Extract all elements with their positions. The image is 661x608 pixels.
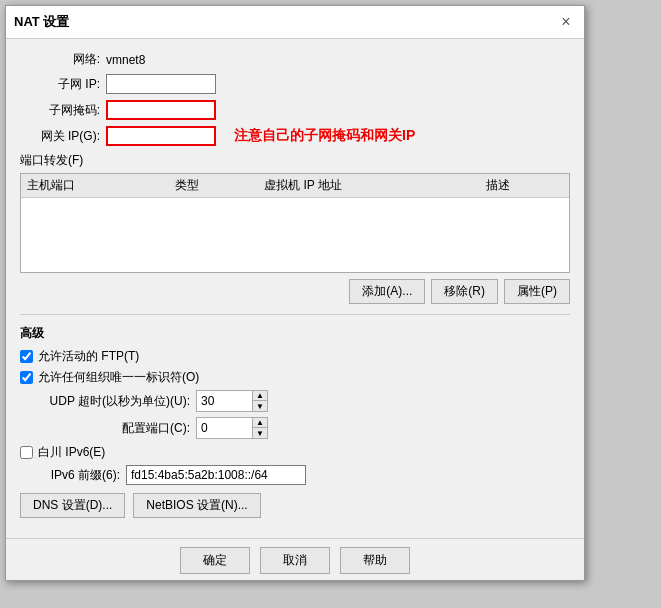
- port-forwarding-label: 端口转发(F): [20, 152, 570, 169]
- bottom-btn-row: DNS 设置(D)... NetBIOS 设置(N)...: [20, 493, 570, 518]
- ftp-label: 允许活动的 FTP(T): [38, 348, 139, 365]
- remove-port-button[interactable]: 移除(R): [431, 279, 498, 304]
- subnet-ip-row: 子网 IP:: [20, 74, 570, 94]
- network-value: vmnet8: [106, 53, 145, 67]
- config-port-spin-down[interactable]: ▼: [253, 428, 267, 438]
- ftp-checkbox[interactable]: [20, 350, 33, 363]
- advanced-label: 高级: [20, 325, 570, 342]
- udp-spinbox: ▲ ▼: [196, 390, 268, 412]
- nat-settings-dialog: NAT 设置 × 网络: vmnet8 子网 IP: 子网掩码: 网关 IP(G…: [5, 5, 585, 581]
- col-desc: 描述: [480, 174, 569, 198]
- table-header-row: 主机端口 类型 虚拟机 IP 地址 描述: [21, 174, 569, 198]
- config-port-spinbox: ▲ ▼: [196, 417, 268, 439]
- col-type: 类型: [169, 174, 258, 198]
- dns-settings-button[interactable]: DNS 设置(D)...: [20, 493, 125, 518]
- help-button[interactable]: 帮助: [340, 547, 410, 574]
- config-port-spin-up[interactable]: ▲: [253, 418, 267, 428]
- udp-spin-down[interactable]: ▼: [253, 401, 267, 411]
- ipv6-prefix-label: IPv6 前缀(6):: [20, 467, 120, 484]
- annotation-text: 注意自己的子网掩码和网关IP: [234, 127, 415, 145]
- gateway-ip-input[interactable]: [106, 126, 216, 146]
- port-table: 主机端口 类型 虚拟机 IP 地址 描述: [21, 174, 569, 198]
- final-btn-row: 确定 取消 帮助: [6, 538, 584, 580]
- ok-button[interactable]: 确定: [180, 547, 250, 574]
- divider: [20, 314, 570, 315]
- udp-row: UDP 超时(以秒为单位)(U): ▲ ▼: [20, 390, 570, 412]
- cancel-button[interactable]: 取消: [260, 547, 330, 574]
- subnet-mask-input[interactable]: [106, 100, 216, 120]
- udp-spin-up[interactable]: ▲: [253, 391, 267, 401]
- ipv6-prefix-input[interactable]: [126, 465, 306, 485]
- dialog-body: 网络: vmnet8 子网 IP: 子网掩码: 网关 IP(G): 注意自己的子…: [6, 39, 584, 538]
- col-vm-ip: 虚拟机 IP 地址: [258, 174, 480, 198]
- ftp-row: 允许活动的 FTP(T): [20, 348, 570, 365]
- gateway-ip-row: 网关 IP(G): 注意自己的子网掩码和网关IP: [20, 126, 570, 146]
- org-label: 允许任何组织唯一一标识符(O): [38, 369, 199, 386]
- network-label: 网络:: [20, 51, 100, 68]
- config-port-row: 配置端口(C): ▲ ▼: [20, 417, 570, 439]
- config-port-input[interactable]: [197, 418, 252, 438]
- org-row: 允许任何组织唯一一标识符(O): [20, 369, 570, 386]
- netbios-settings-button[interactable]: NetBIOS 设置(N)...: [133, 493, 260, 518]
- title-bar: NAT 设置 ×: [6, 6, 584, 39]
- close-button[interactable]: ×: [556, 12, 576, 32]
- config-port-label: 配置端口(C):: [20, 420, 190, 437]
- config-port-spinbox-arrows: ▲ ▼: [252, 418, 267, 438]
- dialog-title: NAT 设置: [14, 13, 69, 31]
- udp-spinbox-arrows: ▲ ▼: [252, 391, 267, 411]
- port-btn-row: 添加(A)... 移除(R) 属性(P): [20, 279, 570, 304]
- subnet-mask-row: 子网掩码:: [20, 100, 570, 120]
- properties-port-button[interactable]: 属性(P): [504, 279, 570, 304]
- udp-input[interactable]: [197, 391, 252, 411]
- ipv6-prefix-row: IPv6 前缀(6):: [20, 465, 570, 485]
- subnet-ip-label: 子网 IP:: [20, 76, 100, 93]
- ipv6-row: 白川 IPv6(E): [20, 444, 570, 461]
- udp-label: UDP 超时(以秒为单位)(U):: [20, 393, 190, 410]
- ipv6-label: 白川 IPv6(E): [38, 444, 105, 461]
- org-checkbox[interactable]: [20, 371, 33, 384]
- subnet-mask-label: 子网掩码:: [20, 102, 100, 119]
- subnet-ip-input[interactable]: [106, 74, 216, 94]
- ipv6-checkbox[interactable]: [20, 446, 33, 459]
- col-host-port: 主机端口: [21, 174, 169, 198]
- port-table-container: 主机端口 类型 虚拟机 IP 地址 描述: [20, 173, 570, 273]
- gateway-ip-label: 网关 IP(G):: [20, 128, 100, 145]
- network-row: 网络: vmnet8: [20, 51, 570, 68]
- add-port-button[interactable]: 添加(A)...: [349, 279, 425, 304]
